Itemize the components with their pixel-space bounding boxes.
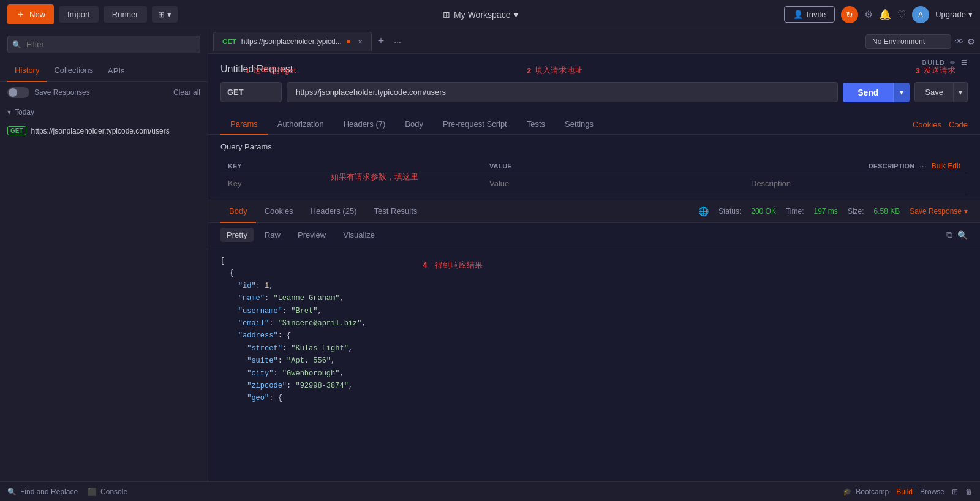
tab-url: https://jsonplaceholder.typicd... [241, 37, 342, 46]
url-input[interactable] [287, 82, 838, 102]
console-item[interactable]: ⬛ Console [88, 488, 127, 496]
bulk-edit-button[interactable]: Bulk Edit [932, 162, 960, 170]
env-settings-icon[interactable]: ⚙ [967, 37, 975, 47]
format-pretty-button[interactable]: Pretty [221, 228, 254, 242]
params-more-button[interactable]: ··· [919, 161, 927, 171]
params-key-cell [221, 175, 482, 192]
resp-tab-test-results[interactable]: Test Results [365, 200, 426, 223]
invite-button[interactable]: 👤 Invite [784, 6, 835, 23]
sync-icon[interactable]: ↻ [841, 6, 858, 23]
layout-icon[interactable]: ⊞ [952, 488, 958, 496]
url-bar-container: 1 这里选择get 2 填入请求地址 3 发送请求 GET POST [221, 82, 968, 102]
avatar[interactable]: A [912, 6, 929, 23]
tab-prerequest[interactable]: Pre-request Script [433, 115, 517, 135]
topbar-center: ⊞ My Workspace ▾ [183, 10, 780, 20]
request-tabs: Params Authorization Headers (7) Body Pr… [208, 115, 980, 135]
tab-headers[interactable]: Headers (7) [334, 115, 396, 135]
sidebar: 🔍 History Collections APIs Save Response… [0, 29, 208, 501]
settings-icon[interactable]: ⚙ [864, 9, 873, 20]
tab-params[interactable]: Params [221, 115, 268, 135]
notifications-icon[interactable]: 🔔 [879, 9, 891, 20]
sidebar-tab-apis[interactable]: APIs [100, 60, 132, 81]
save-response-button[interactable]: Save Response ▾ [910, 207, 968, 216]
workspace-button[interactable]: ⊞ My Workspace ▾ [443, 10, 518, 20]
value-column-header: VALUE [482, 157, 744, 175]
resp-tab-cookies[interactable]: Cookies [256, 200, 302, 223]
sidebar-controls: Save Responses Clear all [0, 82, 208, 103]
topbar: ＋ New Import Runner ⊞ ▾ ⊞ My Workspace ▾… [0, 0, 980, 29]
capture-group[interactable]: ⊞ ▾ [152, 6, 178, 23]
bottombar: 🔍 Find and Replace ⬛ Console 🎓 Bootcamp … [0, 481, 980, 501]
resp-search-icon[interactable]: 🔍 [957, 230, 968, 240]
runner-button[interactable]: Runner [104, 6, 147, 23]
params-desc-cell [744, 175, 968, 192]
query-params-title: Query Params [221, 142, 968, 151]
tab-modified-dot [347, 40, 350, 43]
favorites-icon[interactable]: ♡ [897, 9, 906, 20]
toggle-wrap: Save Responses [7, 87, 90, 98]
format-preview-button[interactable]: Preview [292, 228, 332, 242]
response-tabs: Body Cookies Headers (25) Test Results 🌐… [208, 200, 980, 223]
topbar-right: 👤 Invite ↻ ⚙ 🔔 ♡ A Upgrade ▾ [784, 6, 973, 23]
new-button[interactable]: ＋ New [7, 4, 54, 24]
history-url: https://jsonplaceholder.typicode.com/use… [31, 127, 170, 135]
save-dropdown-button[interactable]: ▾ [954, 82, 968, 102]
tab-body[interactable]: Body [395, 115, 433, 135]
environment-select[interactable]: No Environment [865, 34, 951, 49]
bootcamp-item[interactable]: 🎓 Bootcamp [843, 488, 889, 496]
method-badge: GET [7, 126, 26, 135]
tab-more-button[interactable]: ··· [389, 37, 406, 47]
tab-method: GET [222, 38, 236, 45]
find-replace-icon: 🔍 [7, 488, 17, 496]
request-area: Untitled Request 1 这里选择get 2 填入请求地址 3 发送… [208, 54, 980, 115]
request-tab[interactable]: GET https://jsonplaceholder.typicd... ✕ [213, 32, 372, 51]
save-button[interactable]: Save [914, 82, 954, 102]
response-code: [ { "id": 1, "name": "Leanne Graham", "u… [221, 255, 968, 405]
trash-icon[interactable]: 🗑 [965, 488, 973, 496]
build-button[interactable]: Build [896, 488, 913, 496]
sidebar-tab-collections[interactable]: Collections [47, 59, 100, 82]
bootcamp-icon: 🎓 [843, 488, 852, 496]
tab-tests[interactable]: Tests [517, 115, 555, 135]
import-button[interactable]: Import [59, 6, 99, 23]
console-icon: ⬛ [88, 488, 97, 496]
history-item[interactable]: GET https://jsonplaceholder.typicode.com… [0, 121, 208, 140]
plus-icon: ＋ [16, 8, 26, 21]
find-replace-item[interactable]: 🔍 Find and Replace [7, 488, 78, 496]
tab-authorization[interactable]: Authorization [268, 115, 334, 135]
tab-add-button[interactable]: + [373, 35, 390, 48]
params-value-input[interactable] [489, 179, 736, 188]
key-column-header: KEY [221, 157, 482, 175]
params-desc-input[interactable] [751, 179, 960, 188]
resp-globe-icon[interactable]: 🌐 [698, 206, 709, 216]
sidebar-search: 🔍 [0, 29, 208, 59]
sidebar-tabs-row: History Collections APIs [0, 59, 208, 82]
resp-copy-icon[interactable]: ⧉ [946, 230, 952, 240]
response-area: Body Cookies Headers (25) Test Results 🌐… [208, 200, 980, 501]
cookies-link[interactable]: Cookies [913, 120, 941, 129]
upgrade-button[interactable]: Upgrade ▾ [935, 10, 973, 19]
tab-settings[interactable]: Settings [555, 115, 603, 135]
params-area: Query Params KEY VALUE DESCRIPTION [208, 135, 980, 200]
send-dropdown-button[interactable]: ▾ [893, 83, 910, 102]
resp-tab-headers[interactable]: Headers (25) [302, 200, 366, 223]
format-raw-button[interactable]: Raw [258, 228, 287, 242]
save-responses-toggle[interactable] [7, 87, 29, 98]
send-button[interactable]: Send [843, 83, 893, 102]
search-input[interactable] [7, 36, 200, 53]
clear-all-button[interactable]: Clear all [173, 88, 200, 97]
method-select[interactable]: GET POST PUT DELETE PATCH [221, 82, 282, 102]
params-value-cell [482, 175, 744, 192]
format-visualize-button[interactable]: Visualize [337, 228, 381, 242]
resp-tab-body[interactable]: Body [221, 200, 256, 223]
browse-button[interactable]: Browse [920, 488, 944, 496]
request-title: Untitled Request [221, 64, 968, 75]
code-link[interactable]: Code [949, 120, 968, 129]
params-key-input[interactable] [228, 179, 475, 188]
req-tab-right: Cookies Code [913, 115, 968, 134]
save-responses-label: Save Responses [34, 88, 90, 97]
sidebar-tab-history[interactable]: History [7, 59, 47, 82]
tab-bar: GET https://jsonplaceholder.typicd... ✕ … [208, 29, 980, 54]
tab-close-icon[interactable]: ✕ [358, 39, 363, 45]
env-eye-icon[interactable]: 👁 [955, 37, 963, 47]
